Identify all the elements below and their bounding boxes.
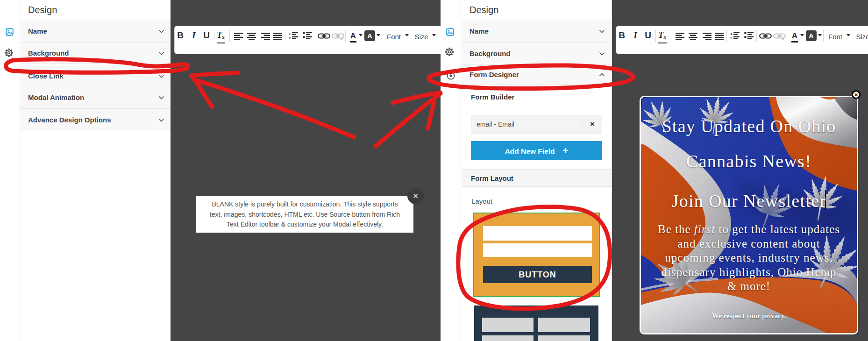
svg-text:2: 2 [730, 36, 733, 40]
svg-text:2: 2 [289, 36, 291, 40]
svg-text:1: 1 [730, 32, 733, 36]
svg-text:1: 1 [289, 32, 291, 36]
